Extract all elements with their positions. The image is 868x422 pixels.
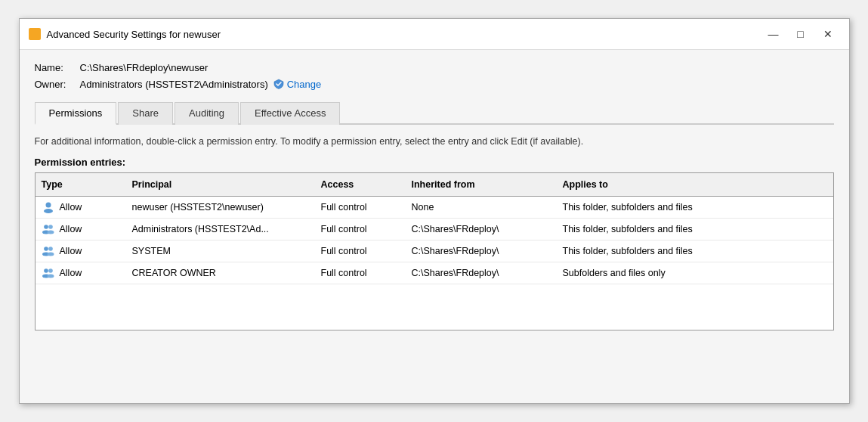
tab-auditing[interactable]: Auditing (175, 102, 239, 125)
name-row: Name: C:\Shares\FRdeploy\newuser (35, 62, 834, 73)
title-bar: Advanced Security Settings for newuser —… (20, 19, 849, 50)
svg-point-1 (44, 209, 53, 213)
row3-type: Allow (36, 262, 126, 284)
name-label: Name: (35, 62, 80, 73)
svg-point-9 (47, 252, 54, 256)
window-icon (29, 28, 41, 40)
user-icon (42, 200, 55, 214)
row1-applies: This folder, subfolders and files (557, 220, 833, 238)
row3-inherited: C:\Shares\FRdeploy\ (406, 264, 557, 282)
tabs-container: Permissions Share Auditing Effective Acc… (35, 101, 834, 125)
table-row[interactable]: Allow CREATOR OWNER Full control C:\Shar… (36, 262, 833, 284)
col-header-access: Access (315, 176, 406, 193)
shield-icon (273, 78, 285, 90)
row0-type: Allow (36, 197, 126, 218)
tab-share[interactable]: Share (118, 102, 173, 125)
row3-applies: Subfolders and files only (557, 264, 833, 282)
table-empty-area (36, 284, 833, 330)
row2-principal: SYSTEM (126, 242, 315, 260)
name-value: C:\Shares\FRdeploy\newuser (80, 62, 209, 73)
group-icon (42, 244, 55, 258)
row1-access: Full control (315, 220, 406, 238)
table-row[interactable]: Allow newuser (HSSTEST2\newuser) Full co… (36, 197, 833, 219)
row3-principal: CREATOR OWNER (126, 264, 315, 282)
svg-point-2 (44, 225, 48, 229)
permissions-info-text: For additional information, double-click… (35, 135, 834, 149)
svg-point-10 (44, 268, 48, 273)
minimize-button[interactable]: — (761, 25, 786, 43)
svg-point-12 (48, 268, 53, 273)
info-section: Name: C:\Shares\FRdeploy\newuser Owner: … (35, 62, 834, 90)
title-bar-left: Advanced Security Settings for newuser (29, 28, 221, 40)
svg-point-13 (47, 274, 54, 278)
owner-row: Owner: Administrators (HSSTEST2\Administ… (35, 78, 834, 90)
tab-permissions[interactable]: Permissions (35, 102, 117, 125)
group-icon (42, 222, 55, 236)
table-row[interactable]: Allow Administrators (HSSTEST2\Ad... Ful… (36, 219, 833, 240)
col-header-type: Type (36, 176, 126, 193)
group-icon (42, 266, 55, 280)
col-header-principal: Principal (126, 176, 315, 193)
section-label: Permission entries: (35, 157, 834, 168)
table-header: Type Principal Access Inherited from App… (36, 173, 833, 197)
window-title: Advanced Security Settings for newuser (47, 29, 221, 40)
content-area: Name: C:\Shares\FRdeploy\newuser Owner: … (20, 50, 849, 343)
owner-value: Administrators (HSSTEST2\Administrators) (80, 79, 268, 90)
row3-access: Full control (315, 264, 406, 282)
owner-label: Owner: (35, 79, 80, 90)
row0-inherited: None (406, 198, 557, 216)
row2-access: Full control (315, 242, 406, 260)
row1-principal: Administrators (HSSTEST2\Ad... (126, 220, 315, 238)
col-header-inherited: Inherited from (406, 176, 557, 193)
row0-applies: This folder, subfolders and files (557, 198, 833, 216)
svg-point-8 (48, 247, 53, 251)
row1-type: Allow (36, 219, 126, 240)
title-controls: — □ ✕ (761, 25, 840, 43)
tab-effective-access[interactable]: Effective Access (240, 102, 340, 125)
close-button[interactable]: ✕ (816, 25, 840, 43)
svg-point-0 (45, 202, 51, 207)
change-link[interactable]: Change (273, 78, 322, 90)
change-label: Change (287, 79, 322, 90)
row1-inherited: C:\Shares\FRdeploy\ (406, 220, 557, 238)
row0-principal: newuser (HSSTEST2\newuser) (126, 198, 315, 216)
row2-applies: This folder, subfolders and files (557, 242, 833, 260)
svg-point-6 (44, 247, 48, 251)
maximize-button[interactable]: □ (789, 25, 813, 43)
row0-access: Full control (315, 198, 406, 216)
main-window: Advanced Security Settings for newuser —… (19, 18, 850, 404)
permissions-table: Type Principal Access Inherited from App… (35, 172, 834, 330)
svg-point-5 (47, 230, 54, 234)
col-header-applies: Applies to (557, 176, 833, 193)
table-row[interactable]: Allow SYSTEM Full control C:\Shares\FRde… (36, 240, 833, 262)
svg-point-4 (48, 225, 53, 229)
row2-type: Allow (36, 240, 126, 262)
row2-inherited: C:\Shares\FRdeploy\ (406, 242, 557, 260)
